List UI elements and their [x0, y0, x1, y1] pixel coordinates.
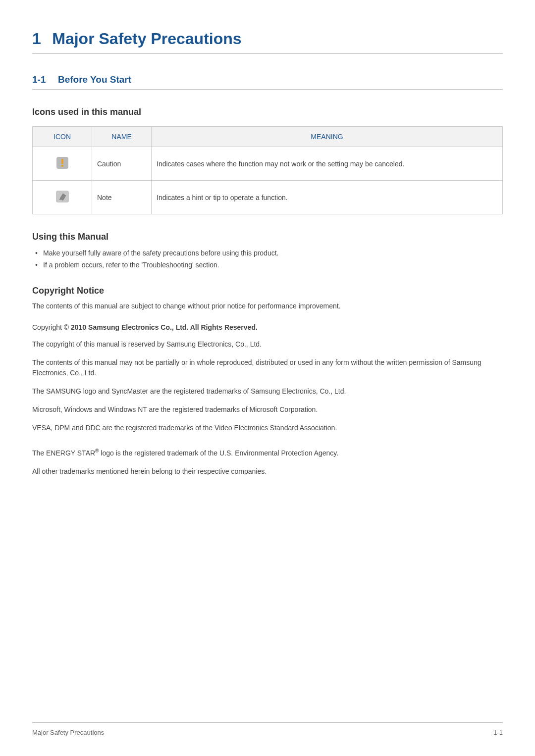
name-cell: Caution [92, 147, 152, 181]
section-number: 1-1 [32, 74, 46, 85]
icon-table: ICON NAME MEANING Caution Indicates case… [32, 126, 503, 214]
copyright-para: VESA, DPM and DDC are the registered tra… [32, 423, 503, 433]
table-row: Caution Indicates cases where the functi… [33, 147, 503, 181]
using-heading: Using this Manual [32, 232, 503, 242]
table-header-icon: ICON [33, 127, 92, 147]
copyright-para: The contents of this manual may not be p… [32, 357, 503, 378]
section-text: Before You Start [58, 74, 131, 85]
meaning-cell: Indicates a hint or tip to operate a fun… [152, 181, 503, 214]
energy-star-para: The ENERGY STAR® logo is the registered … [32, 447, 503, 458]
table-header-name: NAME [92, 127, 152, 147]
page-footer: Major Safety Precautions 1-1 [32, 722, 503, 736]
caution-icon [55, 156, 69, 171]
table-row: Note Indicates a hint or tip to operate … [33, 181, 503, 214]
using-bullet-list: Make yourself fully aware of the safety … [32, 247, 503, 271]
icon-cell-caution [33, 147, 92, 181]
copyright-heading: Copyright Notice [32, 286, 503, 296]
copyright-para: Microsoft, Windows and Windows NT are th… [32, 404, 503, 415]
table-header-meaning: MEANING [152, 127, 503, 147]
energy-star-prefix: The ENERGY STAR [32, 449, 95, 457]
copyright-line: Copyright © 2010 Samsung Electronics Co.… [32, 323, 503, 331]
trademarks-final: All other trademarks mentioned herein be… [32, 466, 503, 477]
section-title: 1-1 Before You Start [32, 74, 503, 90]
list-item: If a problem occurs, refer to the 'Troub… [32, 259, 503, 271]
name-cell: Note [92, 181, 152, 214]
chapter-text: Major Safety Precautions [52, 30, 241, 48]
copyright-para: The copyright of this manual is reserved… [32, 339, 503, 350]
list-item: Make yourself fully aware of the safety … [32, 247, 503, 259]
chapter-title: 1 Major Safety Precautions [32, 30, 503, 53]
icon-cell-note [33, 181, 92, 214]
note-icon [55, 190, 70, 205]
footer-right: 1-1 [493, 729, 503, 736]
copyright-intro: The contents of this manual are subject … [32, 301, 503, 311]
svg-rect-1 [61, 159, 63, 164]
chapter-number: 1 [32, 30, 41, 48]
meaning-cell: Indicates cases where the function may n… [152, 147, 503, 181]
footer-left: Major Safety Precautions [32, 729, 104, 736]
energy-star-suffix: logo is the registered trademark of the … [99, 449, 338, 457]
copyright-para: The SAMSUNG logo and SyncMaster are the … [32, 386, 503, 397]
copyright-prefix: Copyright © [32, 323, 71, 331]
svg-rect-2 [61, 165, 63, 167]
copyright-bold: 2010 Samsung Electronics Co., Ltd. All R… [71, 323, 258, 331]
icons-heading: Icons used in this manual [32, 107, 503, 117]
